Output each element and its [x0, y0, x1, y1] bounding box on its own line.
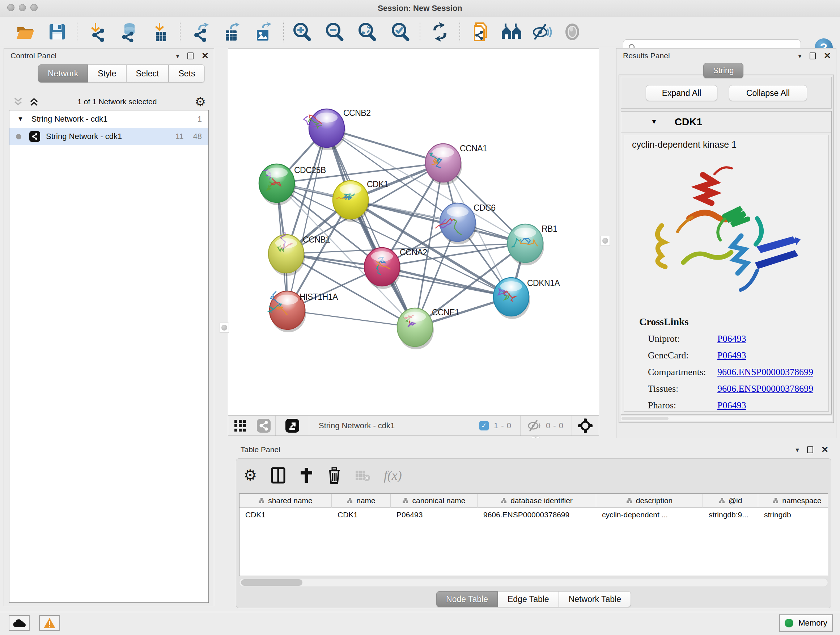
zoom-fit-button[interactable] — [357, 21, 378, 42]
toolbar-separator — [283, 21, 284, 42]
houses-icon — [501, 23, 522, 41]
string-home-button[interactable] — [501, 21, 523, 42]
panel-collapse-icon[interactable]: ▾ — [796, 446, 799, 454]
add-column-icon[interactable] — [299, 467, 314, 484]
network-collection-row[interactable]: ▼ String Network - cdk1 1 — [9, 111, 208, 128]
expand-all-icon[interactable] — [28, 97, 39, 107]
panel-close-icon[interactable]: ✕ — [202, 51, 209, 60]
column-header-database-identifier[interactable]: database identifier — [477, 494, 596, 508]
edge-cdk1-rb1[interactable] — [351, 200, 525, 243]
node-ccnb2[interactable] — [303, 109, 346, 150]
network-view[interactable]: CCNB2CCNA1CDC25BCDK1CDC6RB1CCNB1CCNA2CDK… — [228, 48, 599, 436]
panel-close-icon[interactable]: ✕ — [824, 51, 831, 60]
node-cdkn1a[interactable] — [493, 278, 530, 319]
memory-button[interactable]: Memory — [779, 614, 833, 632]
table-settings-gear-icon[interactable]: ⚙ — [243, 468, 257, 483]
network-overview-button[interactable] — [252, 416, 275, 435]
show-glass-effect-button[interactable] — [561, 21, 583, 42]
results-scrollbar[interactable] — [621, 416, 832, 421]
tab-edge-table[interactable]: Edge Table — [498, 591, 559, 607]
collapse-all-button[interactable]: Collapse All — [729, 85, 807, 101]
show-columns-icon[interactable] — [271, 467, 286, 484]
table-cell[interactable]: stringdb:9... — [703, 508, 758, 522]
edge-ccna2-cdkn1a[interactable] — [382, 267, 511, 297]
cloud-status-button[interactable] — [9, 615, 30, 631]
edge-hist1h1a-ccne1[interactable] — [287, 310, 415, 327]
save-session-button[interactable] — [46, 21, 68, 42]
crosslink-link[interactable]: 9606.ENSP00000378699 — [717, 367, 813, 378]
zoom-in-button[interactable] — [292, 21, 313, 42]
panel-collapse-icon[interactable]: ▾ — [798, 52, 802, 60]
panel-float-icon[interactable] — [807, 447, 813, 453]
table-cell[interactable]: cyclin-dependent ... — [596, 508, 703, 522]
node-ccnb1[interactable] — [268, 232, 305, 276]
tab-node-table[interactable]: Node Table — [436, 591, 498, 607]
crosslink-label: Uniprot: — [648, 333, 717, 344]
export-table-button[interactable] — [221, 21, 242, 42]
tab-style[interactable]: Style — [88, 65, 126, 82]
open-session-button[interactable] — [14, 21, 36, 42]
export-image-button[interactable] — [252, 21, 273, 42]
panel-float-icon[interactable] — [187, 52, 194, 59]
tab-network[interactable]: Network — [38, 65, 88, 82]
column-header-name[interactable]: name — [332, 494, 391, 508]
panel-close-icon[interactable]: ✕ — [821, 445, 829, 454]
column-header--id[interactable]: @id — [703, 494, 758, 508]
node-cdk1[interactable] — [333, 181, 369, 222]
zoom-out-button[interactable] — [324, 21, 346, 42]
network-graph[interactable]: CCNB2CCNA1CDC25BCDK1CDC6RB1CCNB1CCNA2CDK… — [228, 49, 599, 416]
node-ccna1[interactable] — [425, 144, 462, 185]
export-network-button[interactable] — [190, 21, 212, 42]
selected-items-checkbox[interactable]: ✓ — [479, 421, 489, 431]
delete-column-icon[interactable] — [327, 467, 341, 484]
gear-icon[interactable]: ⚙ — [195, 96, 206, 108]
birds-eye-view-button[interactable] — [572, 416, 599, 435]
expand-all-button[interactable]: Expand All — [646, 85, 717, 101]
tab-select[interactable]: Select — [126, 65, 169, 82]
show-grid-button[interactable] — [228, 416, 252, 435]
entry-expander-icon[interactable]: ▼ — [651, 118, 657, 126]
table-cell[interactable]: P06493 — [391, 508, 477, 522]
column-header-description[interactable]: description — [596, 494, 703, 508]
edge-ccnb2-ccne1[interactable] — [327, 128, 415, 327]
import-table-button[interactable] — [150, 21, 172, 42]
crosslink-link[interactable]: P06493 — [717, 400, 746, 411]
node-ccna2[interactable] — [364, 248, 401, 289]
collapse-all-icon[interactable] — [13, 97, 24, 107]
node-ccne1[interactable] — [397, 308, 434, 349]
tree-expander-icon[interactable]: ▼ — [17, 116, 24, 123]
tab-network-table[interactable]: Network Table — [559, 591, 631, 607]
network-row[interactable]: String Network - cdk1 11 48 — [9, 128, 208, 145]
function-builder-button[interactable]: f(x) — [384, 468, 402, 483]
import-network-from-database-button[interactable] — [118, 21, 140, 42]
import-network-button[interactable] — [87, 21, 109, 42]
apply-layout-button[interactable] — [429, 21, 451, 42]
tab-sets[interactable]: Sets — [169, 65, 205, 82]
copy-network-button[interactable] — [470, 21, 492, 42]
panel-collapse-icon[interactable]: ▾ — [176, 52, 180, 60]
table-cell[interactable]: 9606.ENSP00000378699 — [477, 508, 596, 522]
column-header-namespace[interactable]: namespace — [758, 494, 828, 508]
right-splitter-handle[interactable] — [600, 236, 610, 246]
table-horizontal-scrollbar[interactable] — [239, 578, 828, 587]
column-header-shared-name[interactable]: shared name — [240, 494, 332, 508]
panel-float-icon[interactable] — [810, 52, 816, 59]
left-splitter-handle[interactable] — [219, 323, 229, 333]
detach-view-button[interactable] — [276, 416, 309, 435]
crosslink-link[interactable]: P06493 — [717, 350, 746, 361]
zoom-selected-button[interactable] — [390, 21, 412, 42]
tab-string[interactable]: String — [703, 63, 744, 78]
node-cdc6[interactable] — [436, 203, 477, 244]
table-cell[interactable]: CDK1 — [240, 508, 332, 522]
column-header-canonical-name[interactable]: canonical name — [391, 494, 477, 508]
table-cell[interactable]: stringdb — [758, 508, 828, 522]
warnings-button[interactable] — [39, 615, 60, 631]
crosslink-link[interactable]: 9606.ENSP00000378699 — [717, 383, 813, 394]
crosslink-link[interactable]: P06493 — [717, 333, 746, 344]
node-rb1[interactable] — [508, 224, 544, 265]
hide-glass-effect-button[interactable] — [531, 21, 553, 42]
node-table-box: ⚙ f(x) shared namenamecanonical namedata… — [236, 458, 831, 608]
edge-ccnb2-hist1h1a[interactable] — [287, 128, 327, 310]
table-cell[interactable]: CDK1 — [332, 508, 391, 522]
node-cdc25b[interactable] — [259, 164, 295, 205]
